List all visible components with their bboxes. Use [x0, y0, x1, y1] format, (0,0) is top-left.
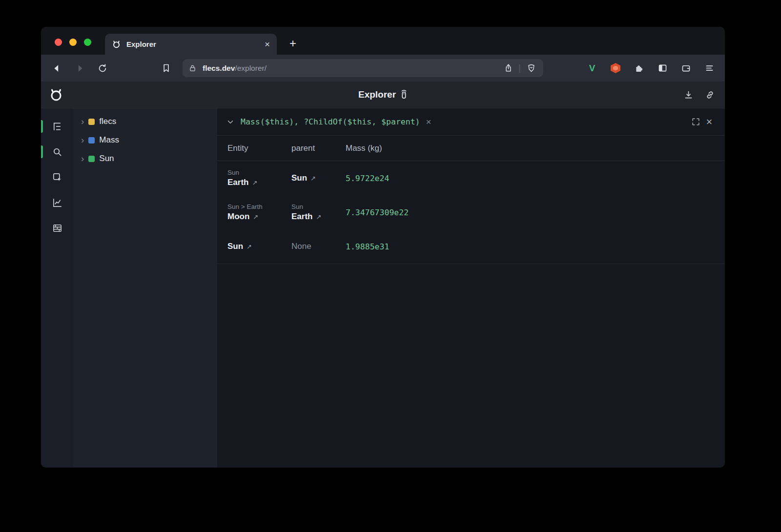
open-entity-icon[interactable]: ↗	[316, 213, 321, 221]
entity-path: Sun > Earth	[227, 203, 291, 210]
entity-cell: Sun↗	[227, 229, 291, 264]
table-header: Entity parent Mass (kg)	[217, 136, 725, 161]
browser-tab-explorer[interactable]: Explorer ×	[105, 34, 277, 55]
browser-toolbar: flecs.dev/explorer/ | V	[41, 55, 725, 82]
fullscreen-icon[interactable]	[689, 115, 702, 129]
tree-item-flecs[interactable]: › flecs	[73, 112, 217, 131]
icon-sidebar	[41, 108, 73, 468]
hex-extension-icon[interactable]	[608, 61, 623, 76]
query-input[interactable]: Mass($this), ?ChildOf($this, $parent)	[241, 117, 420, 126]
traffic-lights	[55, 39, 91, 46]
entity-link[interactable]: Moon↗	[227, 212, 291, 222]
entity-link[interactable]: Earth↗	[291, 212, 346, 222]
menu-hamburger-icon[interactable]	[701, 61, 717, 76]
forward-button[interactable]	[72, 61, 88, 76]
explorer-main: › flecs › Mass › Sun	[41, 108, 725, 468]
parent-cell: Sun↗	[291, 161, 346, 195]
flecs-logo-icon[interactable]	[49, 87, 63, 102]
query-panel: Mass($this), ?ChildOf($this, $parent) × …	[217, 108, 725, 468]
mass-cell: 7.34767309e22	[346, 195, 725, 229]
maximize-window-button[interactable]	[84, 39, 91, 46]
share-icon[interactable]	[502, 61, 514, 76]
minimize-window-button[interactable]	[69, 39, 77, 46]
open-entity-icon[interactable]: ↗	[310, 175, 316, 182]
extensions-area: V	[584, 61, 717, 76]
query-clear-icon[interactable]: ×	[426, 117, 432, 126]
column-header-entity: Entity	[227, 143, 291, 153]
tab-close-icon[interactable]: ×	[265, 40, 270, 49]
mass-value: 5.9722e24	[346, 174, 725, 183]
new-tab-button[interactable]: +	[285, 37, 301, 50]
parent-cell: Sun Earth↗	[291, 195, 346, 229]
open-entity-icon[interactable]: ↗	[247, 243, 252, 250]
reload-button[interactable]	[95, 61, 110, 76]
sidebar-toggle-icon[interactable]	[655, 61, 670, 76]
extensions-puzzle-icon[interactable]	[631, 61, 647, 76]
close-window-button[interactable]	[55, 39, 62, 46]
parent-none-label: None	[291, 242, 346, 251]
toolbar-separator: |	[518, 63, 521, 73]
back-button[interactable]	[49, 61, 64, 76]
open-entity-icon[interactable]: ↗	[253, 213, 258, 221]
page-title: Explorer	[358, 89, 396, 100]
entity-swatch	[88, 156, 95, 162]
tree-item-mass[interactable]: › Mass	[73, 131, 217, 149]
mass-cell: 1.9885e31	[346, 229, 725, 264]
url-text: flecs.dev/explorer/	[203, 64, 498, 73]
brave-shields-icon[interactable]	[525, 61, 537, 76]
component-swatch	[88, 137, 95, 143]
tab-title: Explorer	[126, 40, 259, 48]
explorer-title-wrap: Explorer	[41, 82, 725, 108]
header-actions	[681, 87, 717, 102]
parent-path: Sun	[291, 203, 346, 210]
active-indicator	[41, 145, 43, 158]
explorer-header: Explorer	[41, 82, 725, 108]
download-icon[interactable]	[681, 87, 696, 102]
entity-cell: Sun > Earth Moon↗	[227, 195, 291, 229]
open-entity-icon[interactable]: ↗	[252, 179, 257, 186]
module-swatch	[88, 119, 95, 125]
bookmark-icon[interactable]	[158, 61, 174, 76]
sidebar-item-stats[interactable]	[49, 194, 65, 211]
tree-item-sun[interactable]: › Sun	[73, 149, 217, 168]
table-row: Sun Earth↗ Sun↗ 5.9722e24	[217, 161, 725, 195]
mass-value: 7.34767309e22	[346, 208, 725, 217]
sidebar-item-tree[interactable]	[49, 118, 65, 135]
sidebar-item-memory[interactable]	[49, 220, 65, 236]
active-indicator	[41, 120, 43, 133]
empty-results-area	[217, 264, 725, 468]
url-path: /explorer/	[235, 64, 267, 72]
mass-value: 1.9885e31	[346, 242, 725, 251]
flecs-favicon-icon	[112, 40, 121, 49]
column-header-mass: Mass (kg)	[346, 143, 725, 153]
url-domain: flecs.dev	[203, 64, 235, 72]
browser-window: Explorer × +	[41, 27, 725, 468]
vue-devtools-icon[interactable]: V	[584, 61, 600, 76]
address-bar[interactable]: flecs.dev/explorer/ |	[183, 59, 543, 77]
link-icon[interactable]	[702, 87, 717, 102]
chevron-down-icon[interactable]	[226, 118, 235, 126]
table-row: Sun > Earth Moon↗ Sun Earth↗ 7.34767309e…	[217, 195, 725, 229]
entity-link[interactable]: Sun↗	[291, 173, 346, 183]
lock-icon	[188, 64, 197, 72]
sidebar-item-search[interactable]	[49, 143, 65, 160]
query-close-icon[interactable]: ×	[702, 115, 716, 129]
desktop-background: Explorer × +	[0, 0, 781, 532]
tab-strip: Explorer × +	[41, 27, 725, 55]
entity-link[interactable]: Sun↗	[227, 242, 291, 251]
column-header-parent: parent	[291, 143, 346, 153]
entity-tree-panel: › flecs › Mass › Sun	[73, 108, 217, 468]
chevron-right-icon[interactable]: ›	[81, 154, 84, 163]
chevron-right-icon[interactable]: ›	[81, 135, 84, 144]
wallet-icon[interactable]	[678, 61, 694, 76]
mass-cell: 5.9722e24	[346, 161, 725, 195]
remote-connection-icon	[400, 90, 408, 100]
parent-cell: None	[291, 229, 346, 264]
chevron-right-icon[interactable]: ›	[81, 117, 84, 126]
entity-path: Sun	[227, 169, 291, 176]
sidebar-item-inspector[interactable]	[49, 169, 65, 185]
entity-link[interactable]: Earth↗	[227, 178, 291, 187]
query-bar: Mass($this), ?ChildOf($this, $parent) × …	[217, 108, 725, 136]
table-row: Sun↗ None 1.9885e31	[217, 229, 725, 264]
entity-cell: Sun Earth↗	[227, 161, 291, 195]
